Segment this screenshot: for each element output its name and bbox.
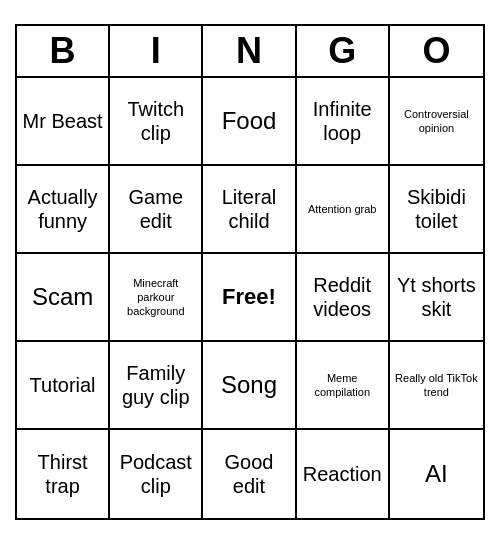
cell-text: Skibidi toilet [394, 185, 479, 233]
header-letter: B [17, 26, 110, 76]
bingo-cell: Reaction [297, 430, 390, 518]
cell-text: Yt shorts skit [394, 273, 479, 321]
cell-text: Podcast clip [114, 450, 197, 498]
cell-text: Actually funny [21, 185, 104, 233]
bingo-cell: Attention grab [297, 166, 390, 254]
cell-text: Family guy clip [114, 361, 197, 409]
bingo-cell: Mr Beast [17, 78, 110, 166]
bingo-cell: AI [390, 430, 483, 518]
bingo-cell: Thirst trap [17, 430, 110, 518]
bingo-cell: Minecraft parkour background [110, 254, 203, 342]
bingo-cell: Skibidi toilet [390, 166, 483, 254]
bingo-cell: Infinite loop [297, 78, 390, 166]
bingo-header: BINGO [17, 26, 483, 78]
bingo-cell: Controversial opinion [390, 78, 483, 166]
bingo-cell: Meme compilation [297, 342, 390, 430]
bingo-cell: Game edit [110, 166, 203, 254]
bingo-cell: Free! [203, 254, 296, 342]
cell-text: Really old TikTok trend [394, 371, 479, 400]
cell-text: Reddit videos [301, 273, 384, 321]
bingo-cell: Scam [17, 254, 110, 342]
cell-text: Food [222, 107, 277, 136]
cell-text: Reaction [303, 462, 382, 486]
cell-text: Mr Beast [23, 109, 103, 133]
cell-text: Attention grab [308, 202, 377, 216]
bingo-card: BINGO Mr BeastTwitch clipFoodInfinite lo… [15, 24, 485, 520]
cell-text: Thirst trap [21, 450, 104, 498]
bingo-cell: Tutorial [17, 342, 110, 430]
header-letter: G [297, 26, 390, 76]
cell-text: Minecraft parkour background [114, 276, 197, 319]
cell-text: Song [221, 371, 277, 400]
bingo-cell: Really old TikTok trend [390, 342, 483, 430]
header-letter: O [390, 26, 483, 76]
header-letter: I [110, 26, 203, 76]
bingo-cell: Reddit videos [297, 254, 390, 342]
cell-text: AI [425, 460, 448, 489]
cell-text: Controversial opinion [394, 107, 479, 136]
cell-text: Free! [222, 284, 276, 310]
header-letter: N [203, 26, 296, 76]
cell-text: Meme compilation [301, 371, 384, 400]
cell-text: Game edit [114, 185, 197, 233]
bingo-cell: Twitch clip [110, 78, 203, 166]
bingo-cell: Podcast clip [110, 430, 203, 518]
cell-text: Scam [32, 283, 93, 312]
bingo-cell: Yt shorts skit [390, 254, 483, 342]
cell-text: Literal child [207, 185, 290, 233]
bingo-cell: Family guy clip [110, 342, 203, 430]
bingo-cell: Literal child [203, 166, 296, 254]
bingo-cell: Good edit [203, 430, 296, 518]
bingo-cell: Food [203, 78, 296, 166]
cell-text: Infinite loop [301, 97, 384, 145]
cell-text: Tutorial [30, 373, 96, 397]
cell-text: Good edit [207, 450, 290, 498]
bingo-grid: Mr BeastTwitch clipFoodInfinite loopCont… [17, 78, 483, 518]
bingo-cell: Actually funny [17, 166, 110, 254]
cell-text: Twitch clip [114, 97, 197, 145]
bingo-cell: Song [203, 342, 296, 430]
